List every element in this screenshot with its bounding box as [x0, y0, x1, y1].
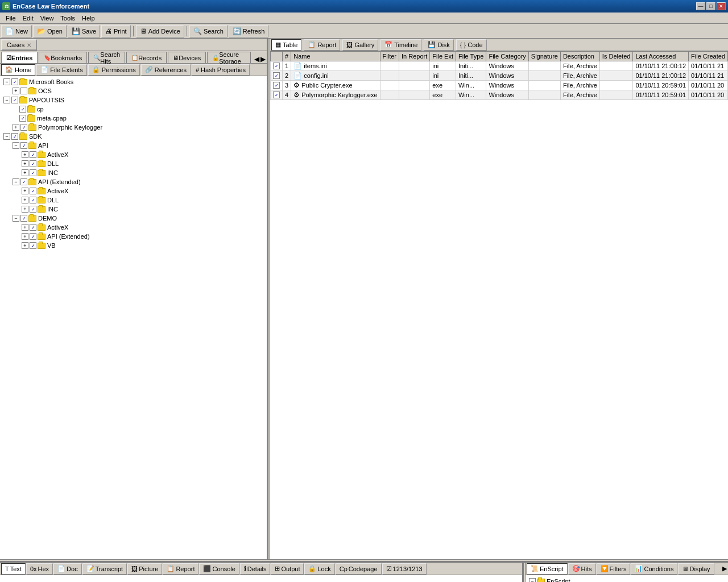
table-row[interactable]: 1 📄 items.ini ini Initi... Windows File,… — [271, 61, 728, 71]
expand-icon[interactable]: − — [13, 178, 19, 185]
expand-icon[interactable]: + — [13, 124, 19, 131]
tree-item[interactable]: ✓ cp — [1, 105, 266, 114]
cases-close-icon[interactable]: ✕ — [27, 42, 31, 48]
expand-icon[interactable]: + — [22, 197, 28, 203]
menu-help[interactable]: Help — [78, 14, 98, 23]
tab-secure-storage[interactable]: 🔒 Secure Storage — [207, 52, 251, 63]
tree-item[interactable]: − ✓ DEMO — [1, 214, 266, 223]
tree-checkbox[interactable]: ✓ — [20, 142, 27, 149]
col-file-category[interactable]: File Category — [486, 52, 528, 61]
nav-permissions[interactable]: 🔒 Permissions — [88, 64, 140, 76]
col-signature[interactable]: Signature — [528, 52, 560, 61]
tab-report[interactable]: 📋 Report — [163, 563, 198, 575]
search-button[interactable]: 🔍 Search — [189, 25, 228, 38]
view-table-button[interactable]: ▦ Table — [271, 39, 301, 51]
col-in-report[interactable]: In Report — [399, 52, 430, 61]
tree-checkbox[interactable]: ✓ — [20, 124, 27, 131]
tab-entries[interactable]: ☑ Entries — [1, 52, 38, 63]
tree-checkbox[interactable]: ✓ — [30, 169, 36, 176]
new-button[interactable]: 📄 New — [1, 25, 32, 38]
table-row[interactable]: 4 ⚙ Polymorphic Keylogger.exe exe Win...… — [271, 90, 728, 100]
tree-item[interactable]: − ✓ PAPOUTSIS — [1, 95, 266, 105]
enscript-tab[interactable]: 📜 EnScript — [527, 563, 568, 575]
tree-item[interactable]: + ✓ Polymorphic Keylogger — [1, 123, 266, 132]
menu-view[interactable]: View — [37, 14, 57, 23]
tabs-scroll-right[interactable]: ▶ — [260, 55, 266, 63]
tree-checkbox[interactable]: ✓ — [11, 97, 18, 103]
cases-tab[interactable]: Cases ✕ — [1, 39, 37, 51]
nav-references[interactable]: 🔗 References — [141, 64, 191, 76]
col-description[interactable]: Description — [560, 52, 599, 61]
menu-edit[interactable]: Edit — [19, 14, 37, 23]
tree-checkbox[interactable]: ✓ — [30, 188, 36, 194]
tree-checkbox[interactable]: ✓ — [19, 115, 26, 122]
expand-icon[interactable]: + — [22, 188, 28, 194]
minimize-button[interactable]: — — [696, 2, 705, 10]
tree-item[interactable]: − ✓ Microsoft Books — [1, 77, 266, 86]
tree-item[interactable]: + ✓ ActiveX — [1, 223, 266, 232]
add-device-button[interactable]: 🖥 Add Device — [136, 25, 184, 38]
tree-item[interactable]: + ✓ DLL — [1, 196, 266, 205]
maximize-button[interactable]: □ — [706, 2, 715, 10]
tree-checkbox[interactable]: ✓ — [11, 78, 18, 85]
enscript-root[interactable]: − EnScript — [527, 576, 727, 582]
tree-item[interactable]: + ✓ ActiveX — [1, 150, 266, 159]
col-name[interactable]: Name — [291, 52, 380, 61]
tab-text[interactable]: T Text — [1, 563, 26, 575]
save-button[interactable]: 💾 Save — [68, 25, 100, 38]
tree-checkbox[interactable] — [20, 88, 27, 94]
tree-item[interactable]: ✓ meta-cpap — [1, 114, 266, 123]
expand-icon[interactable]: − — [3, 78, 10, 85]
tree-item[interactable]: + ✓ INC — [1, 168, 266, 177]
tree-item[interactable]: − ✓ API — [1, 141, 266, 150]
display-tab[interactable]: 🖥 Display — [678, 563, 714, 575]
menu-tools[interactable]: Tools — [57, 14, 78, 23]
tab-bookmarks[interactable]: 🔖 Bookmarks — [39, 52, 87, 63]
tab-codepage[interactable]: Cp Codepage — [336, 563, 382, 575]
tab-picture[interactable]: 🖼 Picture — [127, 563, 162, 575]
tree-checkbox[interactable]: ✓ — [30, 233, 36, 240]
tab-hex[interactable]: 0x Hex — [26, 563, 53, 575]
col-is-deleted[interactable]: Is Deleted — [599, 52, 633, 61]
expand-icon[interactable]: + — [22, 160, 28, 167]
menu-file[interactable]: File — [2, 14, 19, 23]
nav-hash-properties[interactable]: # Hash Properties — [192, 64, 250, 76]
tab-records[interactable]: 📋 Records — [126, 52, 167, 63]
tree-checkbox[interactable]: ✓ — [30, 242, 36, 249]
tree-item[interactable]: − ✓ API (Extended) — [1, 177, 266, 186]
expand-icon[interactable]: + — [22, 169, 28, 176]
tree-item[interactable]: + ✓ VB — [1, 241, 266, 250]
refresh-button[interactable]: 🔄 Refresh — [229, 25, 269, 38]
expand-icon[interactable]: + — [13, 88, 19, 94]
tree-checkbox[interactable]: ✓ — [30, 206, 36, 213]
tree-item[interactable]: − ✓ SDK — [1, 132, 266, 141]
tree-checkbox[interactable]: ✓ — [30, 160, 36, 167]
enscript-tree[interactable]: − EnScript + Dika mou + Enterprise + Exa… — [526, 575, 728, 582]
col-file-ext[interactable]: File Ext — [430, 52, 456, 61]
tabs-scroll-left[interactable]: ◀ — [254, 55, 259, 63]
table-row[interactable]: 2 📄 config.ini ini Initi... Windows File… — [271, 71, 728, 81]
tab-devices[interactable]: 🖥 Devices — [168, 52, 206, 63]
tab-output[interactable]: ⊞ Output — [271, 563, 304, 575]
tree-checkbox[interactable]: ✓ — [20, 178, 27, 185]
close-button[interactable]: ✕ — [717, 2, 726, 10]
row-checkbox[interactable] — [273, 63, 280, 69]
expand-icon[interactable]: − — [13, 215, 19, 222]
expand-icon[interactable]: + — [22, 224, 28, 231]
view-report-button[interactable]: 📋 Report — [304, 39, 340, 51]
file-table[interactable]: # Name Filter In Report File Ext File Ty… — [270, 51, 728, 559]
expand-icon[interactable]: − — [529, 578, 536, 582]
tree-checkbox[interactable]: ✓ — [11, 133, 18, 140]
conditions-tab[interactable]: 📊 Conditions — [631, 563, 677, 575]
expand-icon[interactable]: − — [13, 142, 19, 149]
table-row[interactable]: 3 ⚙ Public Crypter.exe exe Win... Window… — [271, 81, 728, 90]
view-timeline-button[interactable]: 📅 Timeline — [380, 39, 421, 51]
tab-doc[interactable]: 📄 Doc — [53, 563, 82, 575]
print-button[interactable]: 🖨 Print — [101, 25, 131, 38]
tab-search-hits[interactable]: 🔍 Search Hits — [88, 52, 125, 63]
tree-checkbox[interactable]: ✓ — [30, 197, 36, 203]
row-checkbox[interactable] — [273, 82, 280, 89]
view-code-button[interactable]: { } Code — [456, 39, 487, 51]
tab-transcript[interactable]: 📝 Transcript — [82, 563, 127, 575]
file-tree[interactable]: − ✓ Microsoft Books + OCS − ✓ PAPOUTSIS — [0, 76, 267, 559]
